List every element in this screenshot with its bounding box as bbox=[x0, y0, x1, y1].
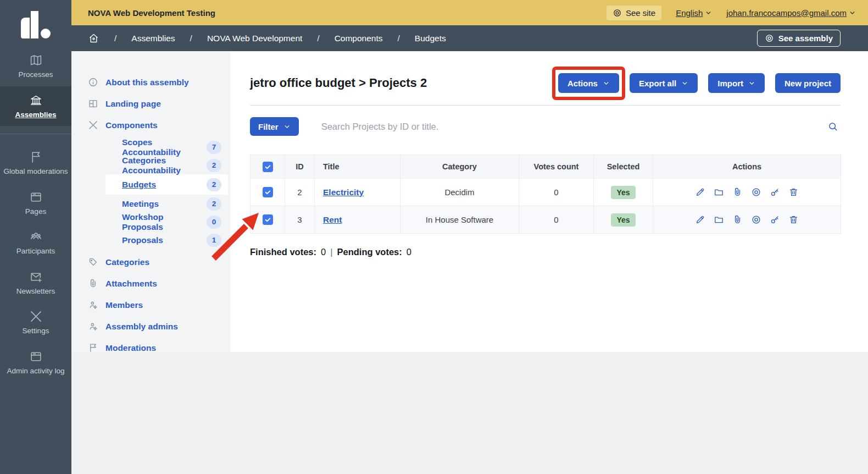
assembly-nav: About this assembly Landing page Compone… bbox=[71, 51, 230, 352]
nav-item-moderations[interactable]: Moderations bbox=[88, 337, 230, 359]
check-icon bbox=[264, 163, 271, 170]
main-content: jetro office budget > Projects 2 Actions… bbox=[230, 51, 868, 352]
language-selector[interactable]: English bbox=[676, 8, 712, 18]
permissions-button[interactable] bbox=[770, 214, 780, 225]
sidebar-item-global-moderations[interactable]: Global moderations bbox=[0, 143, 71, 183]
paperclip-icon bbox=[88, 278, 98, 289]
finished-votes-value: 0 bbox=[321, 247, 326, 257]
nav-item-landing-page[interactable]: Landing page bbox=[88, 93, 230, 114]
page-title: jetro office budget > Projects 2 bbox=[250, 76, 427, 90]
eye-target-icon bbox=[751, 187, 761, 197]
nav-subitem-scopes-accountability[interactable]: Scopes Accountability 7 bbox=[105, 138, 228, 156]
preview-button[interactable] bbox=[751, 214, 761, 225]
see-site-button[interactable]: See site bbox=[607, 5, 661, 20]
layout-grid-icon bbox=[88, 98, 98, 109]
preview-button[interactable] bbox=[751, 187, 761, 197]
select-all-checkbox[interactable] bbox=[263, 162, 273, 172]
nav-item-attachments[interactable]: Attachments bbox=[88, 273, 230, 294]
sidebar-item-label: Pages bbox=[25, 207, 46, 216]
newspaper-icon bbox=[29, 190, 43, 204]
eye-target-icon bbox=[765, 34, 774, 43]
nav-item-categories[interactable]: Categories bbox=[88, 251, 230, 273]
admin-sidebar: Processes Assemblies Global moderations … bbox=[0, 0, 71, 474]
user-menu[interactable]: johan.francocampos@gmail.com bbox=[726, 8, 856, 18]
new-project-button[interactable]: New project bbox=[775, 73, 841, 93]
sidebar-item-assemblies[interactable]: Assemblies bbox=[0, 86, 71, 126]
user-gear-icon bbox=[88, 321, 98, 332]
newspaper-icon bbox=[29, 350, 43, 363]
nav-item-about-assembly[interactable]: About this assembly bbox=[88, 71, 230, 93]
map-icon bbox=[29, 53, 43, 67]
pencil-icon bbox=[695, 187, 705, 197]
cell-votes-count: 0 bbox=[519, 206, 594, 234]
sidebar-item-settings[interactable]: Settings bbox=[0, 302, 71, 343]
nav-subitem-proposals[interactable]: Proposals 1 bbox=[105, 231, 228, 249]
pending-votes-value: 0 bbox=[407, 247, 411, 257]
count-badge: 2 bbox=[207, 197, 221, 211]
project-title-link[interactable]: Electricity bbox=[323, 188, 364, 197]
sidebar-item-pages[interactable]: Pages bbox=[0, 183, 71, 223]
actions-button[interactable]: Actions bbox=[558, 73, 619, 93]
tag-icon bbox=[88, 257, 98, 267]
search-input[interactable] bbox=[321, 122, 825, 132]
sidebar-item-newsletters[interactable]: Newsletters bbox=[0, 263, 71, 303]
sidebar-item-label: Settings bbox=[23, 327, 49, 335]
home-icon[interactable] bbox=[88, 32, 99, 44]
key-icon bbox=[770, 187, 780, 197]
cell-category: Decidim bbox=[400, 179, 519, 206]
decidim-logo bbox=[16, 8, 55, 43]
count-badge: 0 bbox=[207, 216, 221, 229]
divider bbox=[250, 105, 841, 106]
select-row-checkbox[interactable] bbox=[263, 187, 273, 197]
select-row-checkbox[interactable] bbox=[263, 214, 273, 225]
paperclip-icon bbox=[732, 187, 743, 197]
project-title-link[interactable]: Rent bbox=[323, 215, 342, 224]
check-icon bbox=[264, 216, 271, 223]
sidebar-item-processes[interactable]: Processes bbox=[0, 46, 71, 86]
nav-item-components[interactable]: Components bbox=[88, 114, 230, 136]
organization-title: NOVA Web Development Testing bbox=[88, 8, 215, 18]
attachments-button[interactable] bbox=[732, 214, 743, 225]
nav-item-members[interactable]: Members bbox=[88, 294, 230, 316]
sidebar-item-label: Assemblies bbox=[15, 111, 56, 119]
export-all-button[interactable]: Export all bbox=[630, 73, 698, 93]
bank-icon bbox=[29, 93, 43, 107]
tools-icon bbox=[88, 120, 98, 130]
attachments-button[interactable] bbox=[732, 187, 743, 197]
sidebar-item-label: Newsletters bbox=[16, 287, 55, 296]
folder-icon bbox=[714, 214, 724, 225]
search-button[interactable] bbox=[825, 119, 841, 134]
breadcrumb-item-assembly[interactable]: NOVA Web Development bbox=[207, 34, 302, 43]
sidebar-item-participants[interactable]: Participants bbox=[0, 223, 71, 263]
sidebar-item-admin-activity-log[interactable]: Admin activity log bbox=[0, 343, 71, 383]
edit-project-button[interactable] bbox=[695, 214, 705, 225]
nav-subitem-workshop-proposals[interactable]: Workshop Proposals 0 bbox=[105, 213, 228, 231]
breadcrumb-item-components[interactable]: Components bbox=[335, 34, 383, 43]
column-header-category: Category bbox=[400, 155, 519, 179]
nav-subitem-categories-accountability[interactable]: Categories Accountability 2 bbox=[105, 156, 228, 174]
delete-button[interactable] bbox=[788, 214, 799, 225]
edit-project-button[interactable] bbox=[695, 187, 705, 197]
nav-subitem-budgets[interactable]: Budgets 2 bbox=[105, 174, 228, 195]
nav-subitem-meetings[interactable]: Meetings 2 bbox=[105, 195, 228, 213]
flag-icon bbox=[88, 343, 98, 353]
filter-button[interactable]: Filter bbox=[250, 117, 299, 136]
tools-icon bbox=[29, 310, 43, 323]
nav-item-assembly-admins[interactable]: Assembly admins bbox=[88, 316, 230, 337]
chevron-down-icon bbox=[283, 123, 291, 130]
eye-target-icon bbox=[613, 8, 622, 18]
folder-button[interactable] bbox=[714, 214, 724, 225]
breadcrumb-item-assemblies[interactable]: Assemblies bbox=[131, 34, 175, 43]
chevron-down-icon bbox=[603, 80, 610, 87]
people-icon bbox=[29, 230, 43, 244]
delete-button[interactable] bbox=[788, 187, 799, 197]
permissions-button[interactable] bbox=[770, 187, 780, 197]
see-assembly-button[interactable]: See assembly bbox=[757, 30, 841, 47]
breadcrumb-item-budgets[interactable]: Budgets bbox=[415, 34, 446, 43]
pencil-icon bbox=[695, 214, 705, 225]
folder-button[interactable] bbox=[714, 187, 724, 197]
user-email: johan.francocampos@gmail.com bbox=[726, 8, 847, 18]
import-button[interactable]: Import bbox=[708, 73, 765, 93]
trash-icon bbox=[788, 187, 799, 197]
projects-table: ID Title Category Votes count Selected A… bbox=[250, 155, 841, 234]
